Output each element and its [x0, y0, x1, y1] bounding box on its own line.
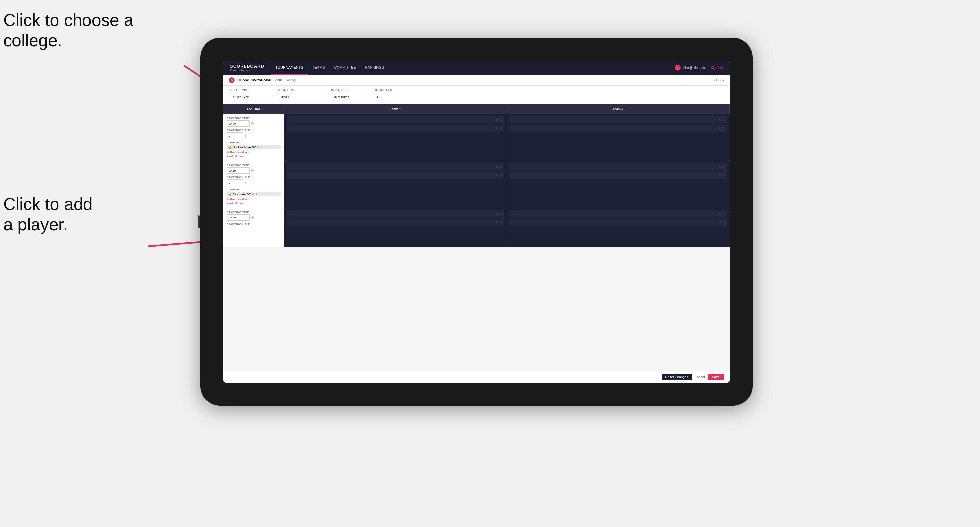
annotation-choose-college: Click to choose a college.	[3, 10, 134, 51]
course-remove-1[interactable]: ×	[257, 145, 259, 149]
slot-x-2-3[interactable]: ✕	[718, 165, 721, 168]
player-slot-1-2[interactable]: ✕ ⇕	[287, 124, 504, 132]
slot-x-1-4[interactable]: ✕	[718, 127, 721, 130]
starting-time-row-3: ⏱	[227, 214, 281, 221]
starting-time-row-1: ⏱	[227, 120, 281, 127]
slot-expand-3-3[interactable]: ⇕	[722, 212, 725, 216]
slot-x-3-2[interactable]: ✕	[496, 221, 498, 224]
slot-x-3-1[interactable]: ✕	[496, 212, 498, 216]
add-group-1[interactable]: + Add Group	[227, 155, 281, 158]
remove-group-1[interactable]: ⊖ Remove Group	[227, 151, 281, 154]
course-expand-1[interactable]: ⇕	[260, 146, 262, 149]
starting-hole-label-2: Starting Hole:	[227, 176, 281, 179]
slot-x-1-2[interactable]: ✕	[496, 127, 498, 130]
slot-expand-3-2[interactable]: ⇕	[500, 221, 502, 224]
course-expand-2[interactable]: ⇕	[255, 192, 258, 196]
app-footer: Reset Changes Cancel Save	[223, 371, 730, 383]
nav-links: TOURNAMENTS TEAMS COMMITTEE RANKINGS	[271, 61, 675, 75]
slot-expand-3-4[interactable]: ⇕	[722, 221, 725, 224]
nav-teams[interactable]: TEAMS	[308, 61, 329, 75]
course-label-2: Course:	[227, 188, 281, 191]
slot-x-3-3[interactable]: ✕	[718, 212, 721, 216]
ann1-line1: Click to choose a	[3, 11, 134, 30]
slot-x-2-2[interactable]: ✕	[496, 173, 498, 177]
slot-expand-1-4[interactable]: ⇕	[722, 127, 725, 130]
slot-expand-2-1[interactable]: ⇕	[500, 165, 502, 168]
starting-time-input-3[interactable]	[227, 214, 250, 221]
slot-expand-2-3[interactable]: ⇕	[722, 165, 725, 168]
player-slot-2-2[interactable]: ✕ ⇕	[287, 171, 504, 179]
starting-time-row-2: ⏱	[227, 167, 281, 174]
slot-x-1-1[interactable]: ✕	[496, 118, 498, 122]
tee-left-3: Starting Time: ⏱ Starting Hole:	[223, 208, 284, 247]
start-type-select[interactable]: 1st Tee Start	[229, 93, 272, 101]
starting-hole-input-1[interactable]	[227, 132, 243, 139]
table-header: Tee Time Team 1 Team 2	[223, 104, 730, 114]
slot-expand-2-2[interactable]: ⇕	[500, 173, 502, 177]
hole-arrows-1: ⇕	[245, 134, 247, 138]
slot-x-2-1[interactable]: ✕	[496, 165, 498, 168]
form-group-intervals: Intervals 10 Minutes	[331, 88, 367, 101]
add-group-2[interactable]: + Add Group	[227, 202, 281, 205]
tee-left-1: Starting Time: ⏱ Starting Hole: ⇕ Course…	[223, 114, 284, 161]
nav-avatar: B	[675, 65, 681, 71]
nav-committee[interactable]: COMMITTEE	[329, 61, 361, 75]
starting-hole-row-1: ⇕	[227, 132, 281, 139]
player-slot-1-3[interactable]: ✕ ⇕	[510, 116, 727, 123]
starting-hole-input-2[interactable]	[227, 179, 243, 186]
course-icon-2: ⛳	[228, 192, 232, 196]
slot-x-3-4[interactable]: ✕	[718, 221, 721, 224]
slot-expand-1-1[interactable]: ⇕	[500, 118, 502, 122]
player-slot-2-1[interactable]: ✕ ⇕	[287, 163, 504, 170]
player-slot-2-4[interactable]: ✕ ⇕	[510, 171, 727, 179]
course-tag-2[interactable]: ⛳ East Lake GC × ⇕	[227, 192, 281, 197]
reset-button[interactable]: Reset Changes	[662, 373, 692, 381]
start-time-input[interactable]	[278, 93, 325, 101]
sub-header-logo: C	[229, 77, 235, 83]
form-row: Start Type 1st Tee Start Start Time Inte…	[223, 86, 730, 104]
tournament-title: Clippd Invitational	[237, 78, 272, 83]
tablet-screen: SCOREBOARD Powered by clippd TOURNAMENTS…	[223, 61, 730, 383]
slot-expand-1-2[interactable]: ⇕	[500, 127, 502, 130]
save-button[interactable]: Save	[708, 373, 724, 381]
remove-group-2[interactable]: ⊖ Remove Group	[227, 198, 281, 201]
annotation-add-player: Click to add a player.	[3, 194, 93, 235]
nav-logo-title: SCOREBOARD	[230, 64, 264, 69]
form-group-start-type: Start Type 1st Tee Start	[229, 88, 272, 101]
nav-rankings[interactable]: RANKINGS	[361, 61, 388, 75]
tablet-frame: SCOREBOARD Powered by clippd TOURNAMENTS…	[200, 38, 752, 406]
course-name-1: (A) Peachtree GC	[233, 146, 256, 149]
intervals-select[interactable]: 10 Minutes	[331, 93, 367, 101]
course-remove-2[interactable]: ×	[252, 192, 254, 196]
player-slot-2-3[interactable]: ✕ ⇕	[510, 163, 727, 170]
player-slot-3-1[interactable]: ✕ ⇕	[287, 210, 504, 217]
player-slot-3-4[interactable]: ✕ ⇕	[510, 219, 727, 226]
slot-expand-1-3[interactable]: ⇕	[722, 118, 725, 122]
course-tag-1[interactable]: ⛳ (A) Peachtree GC × ⇕	[227, 144, 281, 149]
starting-time-input-2[interactable]	[227, 167, 250, 174]
time-icon-1: ⏱	[251, 122, 255, 125]
ann2-line1: Click to add	[3, 195, 93, 214]
slot-x-1-3[interactable]: ✕	[718, 118, 721, 122]
starting-hole-label-1: Starting Hole:	[227, 129, 281, 132]
time-icon-3: ⏱	[251, 216, 255, 219]
player-slot-3-3[interactable]: ✕ ⇕	[510, 210, 727, 217]
back-button[interactable]: < Back	[713, 78, 724, 82]
cancel-button[interactable]: Cancel	[695, 375, 705, 379]
course-name-2: East Lake GC	[233, 192, 251, 196]
ann2-line2: a player.	[3, 215, 68, 234]
course-label-1: Course:	[227, 141, 281, 144]
th-team2: Team 2	[507, 104, 730, 114]
nav-sign-out[interactable]: Sign out	[711, 66, 723, 70]
starting-time-input-1[interactable]	[227, 120, 250, 127]
player-slot-1-4[interactable]: ✕ ⇕	[510, 124, 727, 132]
player-slot-3-2[interactable]: ✕ ⇕	[287, 219, 504, 226]
hole-arrows-2: ⇕	[245, 181, 247, 185]
slot-expand-2-4[interactable]: ⇕	[722, 173, 725, 177]
nav-tournaments[interactable]: TOURNAMENTS	[271, 61, 308, 75]
slot-x-2-4[interactable]: ✕	[718, 173, 721, 177]
team2-cell-2: ✕ ⇕ ✕ ⇕	[507, 161, 730, 208]
slot-expand-3-1[interactable]: ⇕	[500, 212, 502, 216]
player-slot-1-1[interactable]: ✕ ⇕	[287, 116, 504, 123]
group-size-select[interactable]: 3	[374, 93, 393, 101]
